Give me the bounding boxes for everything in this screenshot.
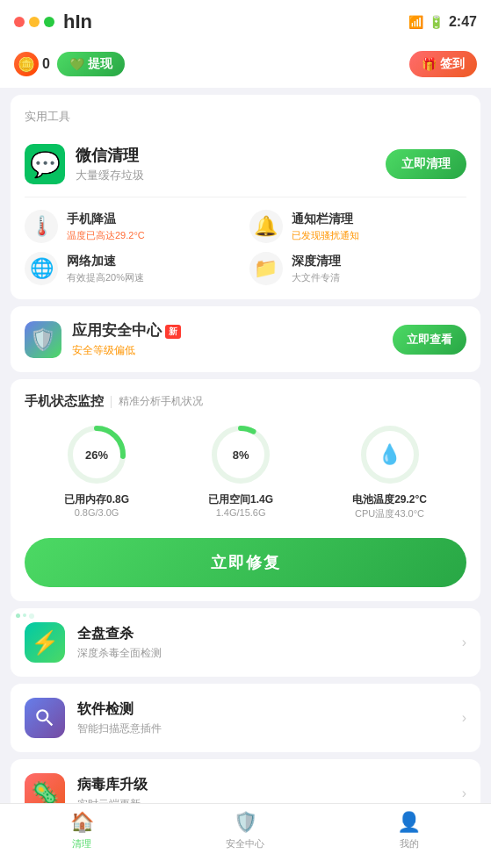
software-info: 软件检测 智能扫描恶意插件 [77,700,162,736]
wechat-desc: 大量缓存垃圾 [76,168,144,183]
battery-sub: CPU温度43.0°C [352,507,427,520]
deep-icon: 📁 [249,252,283,285]
security-title: 应用安全中心新 [72,320,181,341]
security-nav-icon: 🛡️ [234,811,257,834]
cashout-label: 提现 [88,56,112,72]
dot-green [44,17,54,27]
tool-item-notify[interactable]: 🔔 通知栏清理 已发现骚扰通知 [249,210,467,243]
battery-icon: 🔋 [429,15,444,29]
signin-label: 签到 [440,56,465,72]
tools-section-title: 实用工具 [25,109,466,125]
tool-grid: 🌡️ 手机降温 温度已高达29.2°C 🔔 通知栏清理 已发现骚扰通知 🌐 网络… [25,210,466,285]
stat-storage: 8% 已用空间1.4G 1.4G/15.6G [208,424,273,520]
scan-left: ⚡ 全盘查杀 深度杀毒全面检测 [25,622,162,663]
virus-title: 病毒库升级 [77,776,148,794]
notify-desc: 已发现骚扰通知 [292,229,359,242]
network-name: 网络加速 [67,254,144,269]
signin-icon: 🎁 [422,57,437,71]
battery-circle: 💧 [359,424,421,485]
security-desc: 安全等级偏低 [72,343,181,358]
monitor-header: 手机状态监控 精准分析手机状况 [25,393,466,410]
security-left: 🛡️ 应用安全中心新 安全等级偏低 [25,320,181,358]
deep-desc: 大文件专清 [292,271,341,284]
scan-icon: ⚡ [25,622,65,663]
scan-decorative-dots [16,613,34,619]
coin-icon: 🪙 [14,52,39,76]
wifi-icon: 📶 [408,15,423,29]
stat-battery: 💧 电池温度29.2°C CPU温度43.0°C [352,424,427,520]
wechat-icon: 💬 [25,144,65,184]
traffic-lights [14,17,54,27]
bottom-nav: 🏠 清理 🛡️ 安全中心 👤 我的 [0,803,491,868]
nav-security[interactable]: 🛡️ 安全中心 [219,811,271,850]
battery-label: 电池温度29.2°C [352,492,427,507]
status-right: 📶 🔋 2:47 [408,14,477,30]
tool-item-cool[interactable]: 🌡️ 手机降温 温度已高达29.2°C [25,210,242,243]
tool-item-network[interactable]: 🌐 网络加速 有效提高20%网速 [25,252,242,285]
list-item-scan[interactable]: ⚡ 全盘查杀 深度杀毒全面检测 › [11,608,480,677]
main-content: 实用工具 💬 微信清理 大量缓存垃圾 立即清理 🌡️ 手机降温 温度已高达29.… [0,95,491,868]
tools-section: 实用工具 💬 微信清理 大量缓存垃圾 立即清理 🌡️ 手机降温 温度已高达29.… [11,95,480,299]
wechat-title: 微信清理 [76,145,144,166]
wechat-left: 💬 微信清理 大量缓存垃圾 [25,144,144,184]
coin-count: 0 [42,56,50,72]
memory-label: 已用内存0.8G [64,492,129,507]
deep-name: 深度清理 [292,254,341,269]
notify-name: 通知栏清理 [292,212,359,227]
storage-circle: 8% [210,424,271,485]
security-info: 应用安全中心新 安全等级偏低 [72,320,181,358]
dot1 [16,613,20,618]
storage-sub: 1.4G/15.6G [208,507,273,518]
coin-badge: 🪙 0 [14,52,50,76]
scan-desc: 深度杀毒全面检测 [77,646,162,661]
cashout-button[interactable]: 💚 提现 [57,52,125,76]
deep-info: 深度清理 大文件专清 [292,254,341,284]
network-icon: 🌐 [25,252,58,285]
nav-home[interactable]: 🏠 清理 [55,811,108,850]
software-left: 软件检测 智能扫描恶意插件 [25,698,162,738]
fix-button[interactable]: 立即修复 [25,538,466,587]
cashout-icon: 💚 [69,57,84,71]
app-logo: hIn [63,11,92,33]
memory-sub: 0.8G/3.0G [64,507,129,518]
status-bar: hIn 📶 🔋 2:47 [0,0,491,44]
battery-temp-icon: 💧 [378,443,401,466]
memory-circle: 26% [66,424,127,485]
dot2 [23,613,26,617]
software-icon [25,698,65,738]
home-label: 清理 [72,837,91,850]
scan-title: 全盘查杀 [77,625,162,643]
network-desc: 有效提高20%网速 [67,271,144,284]
cool-info: 手机降温 温度已高达29.2°C [67,212,145,242]
time-display: 2:47 [449,14,477,30]
tool-item-deep[interactable]: 📁 深度清理 大文件专清 [249,252,467,285]
security-nav-label: 安全中心 [226,837,264,850]
storage-label: 已用空间1.4G [208,492,273,507]
profile-label: 我的 [400,837,419,850]
storage-percent: 8% [233,448,249,462]
list-item-software[interactable]: 软件检测 智能扫描恶意插件 › [11,684,480,752]
virus-chevron: › [462,786,466,801]
monitor-section: 手机状态监控 精准分析手机状况 26% 已用内存0.8G 0.8G/3.0G [11,379,480,601]
wechat-info: 微信清理 大量缓存垃圾 [76,145,144,183]
profile-icon: 👤 [397,811,421,834]
signin-button[interactable]: 🎁 签到 [409,51,477,77]
top-bar: 🪙 0 💚 提现 🎁 签到 [0,44,491,88]
cool-desc: 温度已高达29.2°C [67,229,145,242]
scan-info: 全盘查杀 深度杀毒全面检测 [77,625,162,661]
cool-name: 手机降温 [67,212,145,227]
monitor-subtitle: 精准分析手机状况 [119,394,203,409]
dot-yellow [29,17,40,27]
status-left: hIn [14,11,92,33]
coins-area: 🪙 0 💚 提现 [14,52,125,76]
nav-profile[interactable]: 👤 我的 [383,811,436,850]
monitor-divider [111,396,112,408]
scan-chevron: › [462,635,466,650]
wechat-clean-button[interactable]: 立即清理 [386,149,466,179]
monitor-title: 手机状态监控 [25,393,104,410]
software-title: 软件检测 [77,700,162,719]
dot-red [14,17,25,27]
network-info: 网络加速 有效提高20%网速 [67,254,144,284]
security-section: 🛡️ 应用安全中心新 安全等级偏低 立即查看 [11,306,480,372]
security-check-button[interactable]: 立即查看 [393,325,466,355]
